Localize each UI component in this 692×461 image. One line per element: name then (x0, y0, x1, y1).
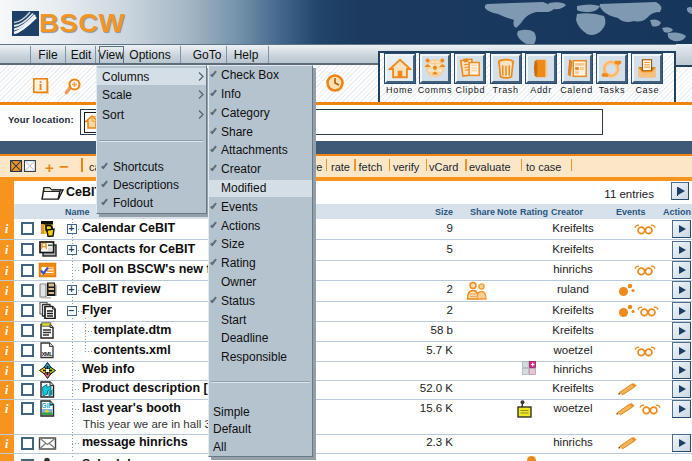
svg-text:XML: XML (41, 351, 53, 357)
svg-text:GIF: GIF (42, 402, 53, 409)
